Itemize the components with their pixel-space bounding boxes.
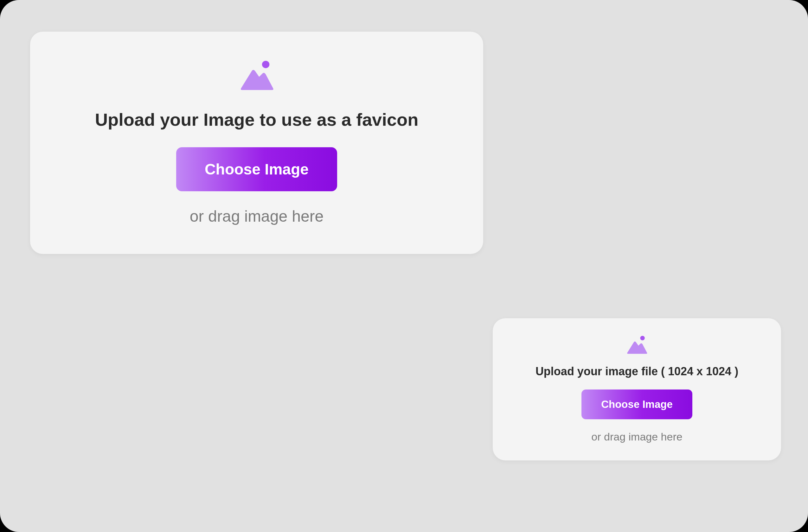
svg-point-1: [640, 336, 644, 340]
image-icon: [624, 332, 649, 358]
upload-title: Upload your Image to use as a favicon: [95, 109, 419, 130]
drag-hint: or drag image here: [591, 431, 682, 443]
upload-card-favicon[interactable]: Upload your Image to use as a favicon Ch…: [30, 32, 483, 254]
upload-title: Upload your image file ( 1024 x 1024 ): [535, 365, 738, 378]
choose-image-button[interactable]: Choose Image: [176, 147, 337, 191]
upload-card-image-file[interactable]: Upload your image file ( 1024 x 1024 ) C…: [493, 318, 781, 460]
choose-image-button[interactable]: Choose Image: [582, 390, 692, 419]
image-icon: [236, 55, 277, 97]
svg-point-0: [262, 61, 269, 68]
drag-hint: or drag image here: [190, 207, 324, 226]
canvas: Upload your Image to use as a favicon Ch…: [0, 0, 808, 532]
